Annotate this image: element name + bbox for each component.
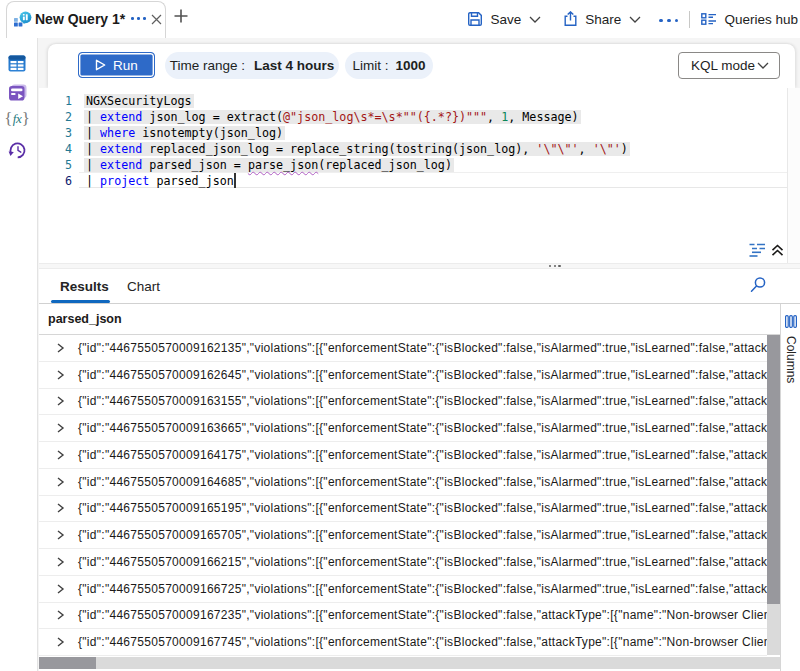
code-line[interactable]: NGXSecurityLogs bbox=[86, 93, 628, 109]
command-divider bbox=[689, 11, 690, 28]
tab-chart[interactable]: Chart bbox=[127, 279, 160, 294]
result-row[interactable]: {"id":"4467550570009166215","violations"… bbox=[39, 549, 767, 576]
limit-value: 1000 bbox=[395, 58, 425, 73]
horizontal-scrollbar[interactable] bbox=[39, 657, 780, 669]
query-toolbar: Run Time range : Last 4 hours Limit : 10… bbox=[48, 44, 795, 88]
tab-menu-icon[interactable] bbox=[131, 17, 146, 20]
columns-panel-label: Columns bbox=[784, 336, 798, 383]
time-range-value: Last 4 hours bbox=[254, 58, 334, 73]
splitter-handle-icon bbox=[549, 265, 561, 267]
column-header-parsed-json[interactable]: parsed_json bbox=[48, 312, 122, 326]
run-label: Run bbox=[113, 58, 138, 73]
result-row-json: {"id":"4467550570009162135","violations"… bbox=[78, 341, 767, 355]
result-row[interactable]: {"id":"4467550570009166725","violations"… bbox=[39, 576, 767, 603]
expand-row-icon[interactable] bbox=[55, 370, 65, 380]
format-query-icon[interactable] bbox=[748, 243, 767, 257]
result-row[interactable]: {"id":"4467550570009163665","violations"… bbox=[39, 415, 767, 442]
save-chevron-icon bbox=[529, 16, 541, 23]
kql-mode-select[interactable]: KQL mode bbox=[678, 52, 780, 79]
result-row[interactable]: {"id":"4467550570009164175","violations"… bbox=[39, 442, 767, 469]
share-chevron-icon bbox=[629, 16, 641, 23]
code-line[interactable]: | extend json_log = extract(@"json_log\s… bbox=[86, 109, 628, 125]
line-number: 3 bbox=[39, 125, 72, 141]
query-tab[interactable]: New Query 1* bbox=[6, 1, 166, 38]
grid-rows: {"id":"4467550570009162135","violations"… bbox=[39, 335, 767, 657]
functions-icon[interactable]: {fx} bbox=[8, 110, 26, 128]
new-tab-button[interactable] bbox=[174, 9, 188, 23]
more-commands-button[interactable] bbox=[659, 16, 678, 22]
results-tab-bar: Results Chart bbox=[39, 269, 800, 304]
result-row[interactable]: {"id":"4467550570009164685","violations"… bbox=[39, 469, 767, 496]
save-label: Save bbox=[490, 12, 521, 27]
result-row-json: {"id":"4467550570009164175","violations"… bbox=[78, 448, 767, 462]
adx-query-app: New Query 1* Save bbox=[0, 0, 800, 671]
editor-actions bbox=[748, 243, 784, 257]
active-tab-underline bbox=[51, 300, 110, 303]
vertical-scrollbar[interactable] bbox=[767, 335, 780, 655]
columns-panel[interactable]: Columns bbox=[780, 304, 800, 671]
main-area: {fx} Run Time range : Last 4 hours bbox=[0, 38, 800, 671]
queries-hub-label: Queries hub bbox=[724, 12, 798, 27]
result-row[interactable]: {"id":"4467550570009165195","violations"… bbox=[39, 496, 767, 523]
expand-row-icon[interactable] bbox=[55, 610, 65, 620]
result-row-json: {"id":"4467550570009167745","violations"… bbox=[78, 635, 767, 649]
line-number: 2 bbox=[39, 109, 72, 125]
expand-row-icon[interactable] bbox=[55, 530, 65, 540]
expand-row-icon[interactable] bbox=[55, 557, 65, 567]
horizontal-scrollbar-thumb[interactable] bbox=[39, 657, 96, 669]
collapse-editor-icon[interactable] bbox=[771, 244, 784, 257]
code-line[interactable]: | extend parsed_json = parse_json(replac… bbox=[86, 157, 628, 173]
expand-row-icon[interactable] bbox=[55, 423, 65, 433]
materialized-views-icon[interactable] bbox=[8, 84, 26, 102]
search-results-icon[interactable] bbox=[750, 276, 770, 296]
results-panel: Results Chart parsed_json {"id":"4467550… bbox=[39, 269, 800, 671]
run-button[interactable]: Run bbox=[78, 52, 155, 78]
result-row[interactable]: {"id":"4467550570009162135","violations"… bbox=[39, 335, 767, 362]
expand-row-icon[interactable] bbox=[55, 637, 65, 647]
queries-hub-icon bbox=[701, 13, 717, 25]
tables-icon[interactable] bbox=[8, 55, 26, 73]
tab-bar: New Query 1* Save bbox=[0, 0, 800, 38]
time-range-picker[interactable]: Time range : Last 4 hours bbox=[165, 52, 339, 79]
tab-close-icon[interactable] bbox=[148, 11, 164, 27]
left-sidebar: {fx} bbox=[0, 38, 38, 671]
kql-mode-value: KQL mode bbox=[691, 58, 755, 73]
result-row[interactable]: {"id":"4467550570009167745","violations"… bbox=[39, 629, 767, 656]
result-row[interactable]: {"id":"4467550570009165705","violations"… bbox=[39, 522, 767, 549]
command-bar: Save Share bbox=[467, 0, 798, 38]
result-row-json: {"id":"4467550570009164685","violations"… bbox=[78, 475, 767, 489]
limit-picker[interactable]: Limit : 1000 bbox=[345, 52, 433, 79]
expand-row-icon[interactable] bbox=[55, 503, 65, 513]
code-line[interactable]: | extend replaced_json_log = replace_str… bbox=[86, 141, 628, 157]
query-history-icon[interactable] bbox=[8, 141, 26, 159]
query-editor[interactable]: 123456 NGXSecurityLogs| extend json_log … bbox=[39, 88, 787, 263]
result-row-json: {"id":"4467550570009163155","violations"… bbox=[78, 394, 767, 408]
result-row[interactable]: {"id":"4467550570009162645","violations"… bbox=[39, 362, 767, 389]
share-label: Share bbox=[585, 12, 621, 27]
tab-results[interactable]: Results bbox=[60, 279, 109, 294]
time-range-label: Time range : bbox=[170, 58, 245, 73]
line-number: 1 bbox=[39, 93, 72, 109]
kql-mode-chevron-icon bbox=[757, 62, 769, 69]
result-row-json: {"id":"4467550570009162645","violations"… bbox=[78, 368, 767, 382]
save-button[interactable]: Save bbox=[467, 11, 541, 27]
result-row-json: {"id":"4467550570009165195","violations"… bbox=[78, 501, 767, 515]
save-icon bbox=[467, 11, 483, 27]
queries-hub-button[interactable]: Queries hub bbox=[701, 12, 798, 27]
tab-title: New Query 1* bbox=[35, 11, 125, 27]
expand-row-icon[interactable] bbox=[55, 477, 65, 487]
result-row[interactable]: {"id":"4467550570009163155","violations"… bbox=[39, 389, 767, 416]
result-row-json: {"id":"4467550570009166215","violations"… bbox=[78, 555, 767, 569]
share-icon bbox=[563, 11, 578, 27]
expand-row-icon[interactable] bbox=[55, 396, 65, 406]
vertical-scrollbar-thumb[interactable] bbox=[767, 335, 780, 604]
expand-row-icon[interactable] bbox=[55, 450, 65, 460]
code-line[interactable]: | where isnotempty(json_log) bbox=[86, 125, 628, 141]
grid-header[interactable]: parsed_json bbox=[39, 304, 780, 335]
code-line[interactable]: | project parsed_json bbox=[86, 173, 628, 189]
share-button[interactable]: Share bbox=[563, 11, 641, 27]
expand-row-icon[interactable] bbox=[55, 584, 65, 594]
result-row[interactable]: {"id":"4467550570009167235","violations"… bbox=[39, 603, 767, 630]
result-row-json: {"id":"4467550570009166725","violations"… bbox=[78, 582, 767, 596]
expand-row-icon[interactable] bbox=[55, 343, 65, 353]
